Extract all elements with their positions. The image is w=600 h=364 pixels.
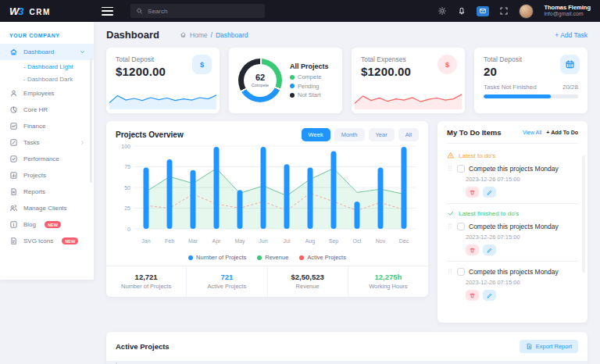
- legend-label: Not Start: [298, 91, 321, 98]
- sidebar-subitem-dashboard-light[interactable]: - Dashboard Light: [0, 60, 94, 73]
- todo-list: Latest to do'sCompete this projects Mond…: [447, 143, 578, 306]
- sidebar-item-svg-icons[interactable]: SVG IconsNEW: [0, 233, 94, 249]
- edit-todo-button[interactable]: [483, 187, 496, 198]
- drag-handle-icon[interactable]: [447, 222, 453, 230]
- legend-label: Revenue: [265, 254, 288, 261]
- legend-item: Active Projects: [299, 254, 346, 261]
- fullscreen-icon[interactable]: [499, 6, 509, 16]
- topbar: W 3 CRM Thomas Fleming info@gmail.com: [0, 0, 600, 22]
- search-input[interactable]: [148, 8, 259, 15]
- overview-tabs: WeekMonthYearAll: [302, 128, 419, 141]
- todo-checkbox[interactable]: [457, 223, 465, 230]
- donut-center-label: Compete: [252, 83, 269, 87]
- delete-todo-button[interactable]: [466, 187, 479, 198]
- overview-stats-row: 12,721Number of Projects721Active Projec…: [106, 266, 428, 297]
- reports-icon: [9, 187, 18, 196]
- settings-gear-icon[interactable]: [438, 6, 447, 16]
- calendar-badge: [560, 55, 580, 74]
- delete-todo-button[interactable]: [466, 244, 479, 255]
- tab-month[interactable]: Month: [334, 128, 365, 141]
- sidebar-item-blog[interactable]: BlogNEW: [0, 216, 94, 233]
- chevron-right-icon: [79, 139, 86, 146]
- edit-todo-button[interactable]: [483, 290, 496, 301]
- dollar-icon: $: [442, 59, 452, 70]
- sidebar-item-performance[interactable]: Performance: [0, 151, 94, 167]
- overview-stat-revenue: $2,50,523Revenue: [267, 266, 348, 297]
- notifications-bell-icon[interactable]: [457, 6, 466, 16]
- sidebar-item-employees[interactable]: Employees: [0, 85, 94, 102]
- todo-checkbox[interactable]: [457, 268, 465, 276]
- stat-value: $2,50,523: [268, 273, 348, 281]
- pencil-icon: [486, 189, 493, 196]
- todo-section-header: Latest finished to do's: [447, 209, 578, 217]
- trash-icon: [469, 247, 476, 254]
- check-icon: [447, 209, 455, 217]
- drag-handle-icon[interactable]: [447, 164, 453, 173]
- sidebar-item-label: Core HR: [23, 106, 48, 113]
- edit-todo-button[interactable]: [483, 244, 496, 255]
- tasks-progress-bar: [484, 95, 578, 98]
- todo-section-label: Latest finished to do's: [459, 210, 519, 217]
- add-todo-link[interactable]: + Add To Do: [546, 130, 578, 135]
- sidebar-item-core-hr[interactable]: Core HR: [0, 102, 94, 118]
- breadcrumb-current[interactable]: Dashboard: [216, 31, 248, 39]
- tasks-not-finished-label: Tasks Not Finished: [484, 84, 537, 91]
- tab-week[interactable]: Week: [302, 128, 330, 141]
- stat-label: Working Hours: [348, 283, 428, 290]
- view-all-link[interactable]: View All: [523, 130, 541, 135]
- pencil-icon: [486, 247, 493, 254]
- user-email: info@gmail.com: [544, 11, 591, 18]
- panel-title: Projects Overview: [116, 130, 184, 139]
- pencil-icon: [486, 292, 493, 299]
- home-icon: [9, 48, 18, 56]
- delete-todo-button[interactable]: [466, 290, 479, 301]
- drag-handle-icon[interactable]: [447, 267, 453, 276]
- chart-legend: Number of ProjectsRevenueActive Projects: [116, 252, 419, 266]
- todo-text: Compete this projects Monday: [469, 223, 559, 230]
- stat-cards-row: Total Deposit $1200.00 $ 62 Compete All …: [106, 48, 588, 113]
- donut-center-value: 62: [255, 73, 265, 82]
- user-info[interactable]: Thomas Fleming info@gmail.com: [544, 4, 591, 18]
- messages-button[interactable]: [477, 6, 489, 16]
- overview-stat-number-of-projects: 12,721Number of Projects: [106, 266, 186, 297]
- sidebar-item-label: Dashboard: [23, 48, 54, 55]
- search-box[interactable]: [130, 4, 265, 18]
- sidebar-item-label: Performance: [23, 155, 59, 162]
- projects-overview-chart: 1007550250JanFebMarAprMayJunJulAugSepOct…: [116, 141, 419, 249]
- sidebar-item-dashboard[interactable]: Dashboard: [0, 44, 94, 60]
- breadcrumb-home[interactable]: Home: [190, 31, 208, 39]
- todo-item-row: Compete this projects Monday: [447, 222, 578, 230]
- todo-checkbox[interactable]: [457, 165, 465, 173]
- sidebar-item-projects[interactable]: Projects: [0, 167, 94, 184]
- logo-3: 3: [18, 5, 23, 17]
- sidebar-item-finance[interactable]: Finance: [0, 118, 94, 134]
- clients-icon: [9, 204, 18, 212]
- legend-label: Compete: [298, 73, 321, 80]
- dollar-badge: $: [192, 55, 212, 74]
- tab-year[interactable]: Year: [369, 128, 395, 141]
- export-report-button[interactable]: Export Report: [520, 340, 578, 353]
- legend-dot: [290, 75, 295, 80]
- search-icon: [136, 7, 143, 15]
- add-task-link[interactable]: + Add Task: [555, 31, 588, 39]
- svg-text:May: May: [234, 238, 245, 244]
- sidebar-subitem-dashboard-dark[interactable]: - Dashboard Dark: [0, 73, 94, 85]
- tab-all[interactable]: All: [398, 128, 419, 141]
- user-avatar[interactable]: [519, 4, 534, 19]
- todo-scrollbar[interactable]: [582, 155, 585, 273]
- trash-icon: [469, 189, 476, 196]
- sidebar-item-tasks[interactable]: Tasks: [0, 134, 94, 151]
- user-name: Thomas Fleming: [544, 4, 591, 11]
- breadcrumb-separator: /: [211, 31, 212, 39]
- hamburger-menu-icon[interactable]: [102, 7, 113, 16]
- logo-w: W: [9, 5, 18, 17]
- donut-legend-block: All Projects CompetePendingNot Start: [290, 62, 329, 98]
- sidebar-item-manage-clients[interactable]: Manage Clients: [0, 200, 94, 216]
- svg-text:Mar: Mar: [188, 238, 198, 244]
- sidebar-item-reports[interactable]: Reports: [0, 184, 94, 200]
- panel-title: My To Do Items: [447, 128, 502, 137]
- blog-icon: [9, 220, 18, 229]
- sidebar-section-label: YOUR COMPANY: [0, 30, 94, 44]
- sidebar-scrollbar[interactable]: [90, 58, 92, 183]
- legend-dot: [188, 255, 193, 260]
